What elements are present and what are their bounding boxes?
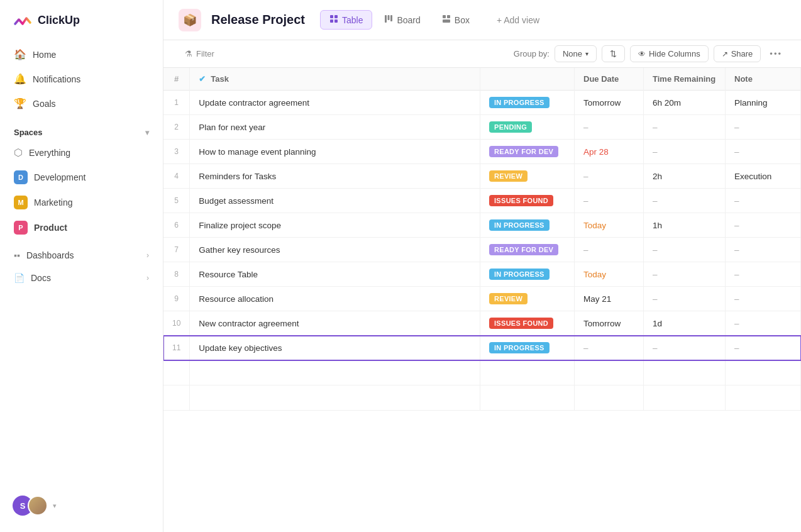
task-name[interactable]: Plan for next year (190, 115, 480, 140)
table-row[interactable]: 11Update key objectivesIN PROGRESS––– (163, 336, 801, 360)
task-due-date: – (575, 238, 644, 262)
task-status: IN PROGRESS (480, 213, 575, 238)
task-time-remaining: – (644, 336, 726, 360)
task-name[interactable]: Budget assessment (190, 189, 480, 213)
user-dropdown-icon[interactable]: ▾ (53, 502, 57, 510)
table-row[interactable]: 10New contractor agreementISSUES FOUNDTo… (163, 311, 801, 336)
group-by-selector[interactable]: None ▾ (555, 45, 597, 62)
sidebar-section-nav: ▪▪ Dashboards › 📄 Docs › (0, 245, 163, 289)
row-number: 1 (163, 91, 190, 115)
task-due-date: Today (575, 262, 644, 287)
svg-rect-1 (334, 15, 338, 18)
user-avatar-photo (28, 496, 48, 516)
row-number: 11 (163, 336, 190, 360)
spaces-list: ⬡ Everything D Development M Marketing P… (0, 141, 163, 240)
task-note: Execution (726, 164, 801, 189)
table-row[interactable]: 3How to manage event planningREADY FOR D… (163, 140, 801, 164)
share-button[interactable]: ↗ Share (714, 45, 761, 62)
col-status-header (480, 68, 575, 91)
hide-columns-label: Hide Columns (649, 49, 700, 58)
hide-columns-button[interactable]: 👁 Hide Columns (630, 45, 709, 62)
svg-rect-8 (447, 15, 450, 18)
svg-rect-5 (388, 15, 390, 20)
table-row[interactable]: 6Finalize project scopeIN PROGRESSToday1… (163, 213, 801, 238)
sidebar-item-goals[interactable]: 🏆 Goals (6, 92, 157, 115)
row-number: 7 (163, 238, 190, 262)
task-time-remaining: – (644, 238, 726, 262)
logo-area[interactable]: ClickUp (0, 10, 163, 43)
sidebar-item-everything[interactable]: ⬡ Everything (6, 141, 157, 164)
svg-rect-2 (330, 19, 333, 23)
table-row[interactable]: 2Plan for next yearPENDING––– (163, 115, 801, 140)
spaces-collapse-icon[interactable]: ▾ (145, 128, 149, 137)
task-note: – (726, 115, 801, 140)
sidebar-item-dashboards[interactable]: ▪▪ Dashboards › (6, 245, 157, 266)
sidebar-item-marketing[interactable]: M Marketing (6, 191, 157, 214)
sidebar-item-docs[interactable]: 📄 Docs › (6, 267, 157, 289)
tab-box[interactable]: Box (433, 10, 479, 30)
empty-cell (726, 385, 801, 411)
product-avatar: P (14, 221, 28, 235)
task-name[interactable]: Resource allocation (190, 287, 480, 311)
table-row[interactable]: 9Resource allocationREVIEWMay 21–– (163, 287, 801, 311)
sidebar-item-notifications[interactable]: 🔔 Notifications (6, 67, 157, 91)
filter-button[interactable]: ⚗ Filter (179, 46, 221, 62)
row-number: 4 (163, 164, 190, 189)
more-options-button[interactable]: ••• (766, 46, 786, 62)
task-name[interactable]: How to manage event planning (190, 140, 480, 164)
task-name[interactable]: Update contractor agreement (190, 91, 480, 115)
task-time-remaining: – (644, 189, 726, 213)
dashboards-icon: ▪▪ (14, 250, 20, 260)
table-row[interactable]: 1Update contractor agreementIN PROGRESST… (163, 91, 801, 115)
task-name[interactable]: Gather key resources (190, 238, 480, 262)
sort-button[interactable]: ⇅ (602, 45, 625, 62)
task-status: IN PROGRESS (480, 336, 575, 360)
row-number: 2 (163, 115, 190, 140)
empty-cell (644, 360, 726, 385)
task-time-remaining: 1d (644, 311, 726, 336)
sidebar-item-dashboards-label: Dashboards (26, 250, 74, 260)
tab-board[interactable]: Board (375, 10, 429, 30)
task-name[interactable]: Update key objectives (190, 336, 480, 360)
share-icon: ↗ (722, 50, 728, 58)
table-row[interactable]: 8Resource TableIN PROGRESSToday–– (163, 262, 801, 287)
box-tab-icon (442, 14, 451, 25)
col-task-header: ✔ Task (190, 68, 480, 91)
task-name[interactable]: New contractor agreement (190, 311, 480, 336)
task-time-remaining: – (644, 287, 726, 311)
filter-label: Filter (196, 49, 214, 58)
row-number: 9 (163, 287, 190, 311)
sidebar-bottom-user[interactable]: S ▾ (0, 489, 163, 522)
sidebar-item-product[interactable]: P Product (6, 216, 157, 240)
task-note: – (726, 189, 801, 213)
sidebar-item-development[interactable]: D Development (6, 165, 157, 189)
task-time-remaining: 1h (644, 213, 726, 238)
share-label: Share (731, 49, 753, 58)
task-due-date: May 21 (575, 287, 644, 311)
goals-icon: 🏆 (14, 97, 26, 109)
task-check-icon: ✔ (199, 74, 206, 84)
tab-box-label: Box (455, 15, 470, 25)
board-tab-icon (384, 14, 393, 25)
task-name[interactable]: Finalize project scope (190, 213, 480, 238)
add-view-button[interactable]: + Add view (489, 11, 547, 29)
sidebar-nav: 🏠 Home 🔔 Notifications 🏆 Goals (0, 43, 163, 115)
table-row[interactable]: 7Gather key resourcesREADY FOR DEV––– (163, 238, 801, 262)
svg-rect-3 (334, 19, 338, 23)
tab-table[interactable]: Table (320, 10, 372, 30)
everything-icon: ⬡ (14, 147, 23, 158)
sidebar-item-docs-label: Docs (31, 273, 51, 283)
task-time-remaining: – (644, 115, 726, 140)
task-name[interactable]: Reminders for Tasks (190, 164, 480, 189)
table-row[interactable]: 4Reminders for TasksREVIEW–2hExecution (163, 164, 801, 189)
sidebar-item-home[interactable]: 🏠 Home (6, 43, 157, 66)
group-by-label: Group by: (514, 49, 550, 58)
task-name[interactable]: Resource Table (190, 262, 480, 287)
svg-rect-4 (385, 15, 387, 23)
table-row[interactable]: 5Budget assessmentISSUES FOUND––– (163, 189, 801, 213)
empty-table-row (163, 360, 801, 385)
sidebar-item-product-label: Product (34, 223, 67, 233)
task-due-date: – (575, 189, 644, 213)
task-due-date: Tomorrow (575, 311, 644, 336)
task-due-date: Apr 28 (575, 140, 644, 164)
